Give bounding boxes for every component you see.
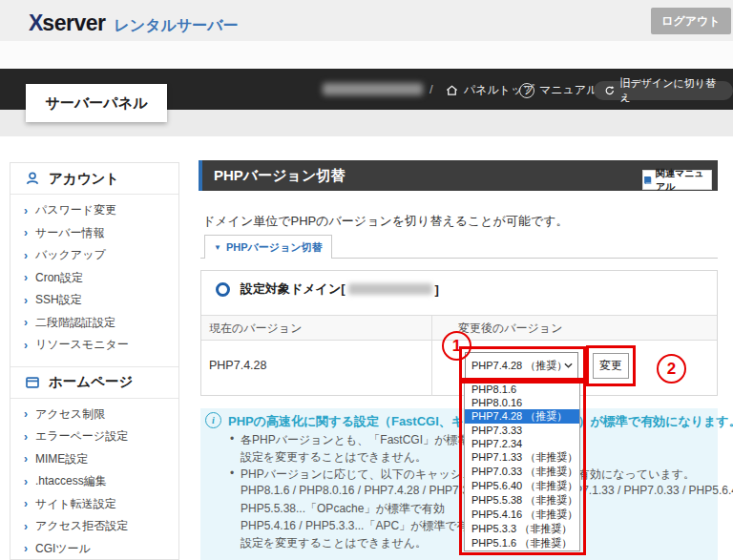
current-version-value: PHP7.4.28 (209, 359, 266, 372)
sidebar-item-ssh[interactable]: ›SSH設定 (10, 289, 178, 312)
info-line: 設定を変更することはできません。 (241, 535, 427, 551)
chevron-down-icon: ▼ (214, 243, 221, 252)
php-version-select[interactable]: PHP7.4.28 （推奨） (465, 352, 578, 379)
chevron-right-icon: › (24, 204, 28, 218)
dropdown-option[interactable]: PHP7.3.33 (465, 424, 579, 437)
sidebar-item-cgi-tools[interactable]: ›CGIツール (10, 538, 178, 560)
info-line: PHP5.4.16 / PHP5.3.3...「APC」が標準で有効 (241, 518, 480, 534)
browser-window-icon (25, 375, 40, 390)
sidebar-item-label: リソースモニター (35, 337, 129, 353)
logout-button[interactable]: ログアウト (651, 8, 731, 34)
sidebar-item-label: MIME設定 (35, 451, 88, 467)
question-icon: ? (519, 83, 534, 98)
dropdown-option[interactable]: PHP7.0.33 （非推奨） (465, 465, 579, 479)
dropdown-option[interactable]: PHP5.1.6 （非推奨） (465, 536, 579, 550)
sidebar-item-two-factor[interactable]: ›二段階認証設定 (10, 312, 178, 335)
info-line: PHP5.5.38...「OPcache」が標準で有効 (241, 501, 445, 517)
chevron-right-icon: › (24, 430, 28, 444)
related-manual-label: 関連マニュアル (656, 167, 711, 194)
change-button[interactable]: 変更 (593, 353, 629, 379)
chevron-right-icon: › (24, 316, 28, 329)
dropdown-option[interactable]: PHP5.3.3 （非推奨） (465, 522, 579, 536)
chevron-right-icon: › (24, 497, 28, 510)
page-description: ドメイン単位でPHPのバージョンを切り替えることが可能です。 (202, 213, 569, 230)
dropdown-option[interactable]: PHP8.0.16 (465, 396, 579, 409)
xserver-logo: Xserver レンタルサーバー (29, 10, 239, 36)
sidebar-section-homepage: ホームページ (10, 366, 178, 399)
sidebar-item-error-page[interactable]: ›エラーページ設定 (10, 425, 178, 448)
chevron-right-icon: › (24, 520, 28, 533)
info-line: 設定を変更することはできません。 (241, 449, 427, 466)
sidebar-homepage-items: ›アクセス制限 ›エラーページ設定 ›MIME設定 ›.htaccess編集 ›… (10, 399, 178, 560)
sidebar-item-site-redirect[interactable]: ›サイト転送設定 (10, 493, 178, 516)
sidebar-item-label: アクセス拒否設定 (35, 518, 128, 534)
dropdown-option[interactable]: PHP5.4.16 （非推奨） (465, 508, 579, 522)
chevron-right-icon: › (24, 271, 28, 284)
dropdown-option[interactable]: PHP5.6.40 （非推奨） (465, 479, 579, 493)
sidebar-item-label: アクセス制限 (35, 406, 105, 423)
logo-service-name: レンタルサーバー (114, 16, 238, 36)
sidebar-account-items: ›パスワード変更 ›サーバー情報 ›バックアップ ›Cron設定 ›SSH設定 … (10, 195, 178, 359)
chevron-right-icon: › (24, 226, 28, 239)
sidebar-item-access-limit[interactable]: ›アクセス制限 (10, 404, 178, 426)
dropdown-option[interactable]: PHP8.1.6 (465, 383, 579, 396)
dropdown-option-selected[interactable]: PHP7.4.28 （推奨） (465, 409, 579, 424)
dropdown-option[interactable]: PHP7.2.34 (465, 437, 579, 450)
sidebar-section-account: アカウント (10, 163, 178, 195)
sidebar-item-label: SSH設定 (35, 292, 82, 308)
switch-old-design-label: 旧デザインに切り替え (620, 76, 723, 105)
sidebar-item-label: エラーページ設定 (35, 428, 128, 445)
related-manual-button[interactable]: 関連マニュアル (642, 170, 712, 190)
sidebar-item-resource-monitor[interactable]: ›リソースモニター (10, 334, 178, 357)
sidebar-item-access-deny[interactable]: ›アクセス拒否設定 (10, 515, 178, 538)
logo-text: server (42, 10, 105, 36)
php-version-select-value: PHP7.4.28 （推奨） (471, 359, 564, 373)
blurred-domain-name (348, 283, 432, 295)
sidebar-item-label: Cron設定 (35, 270, 83, 286)
sidebar-item-cron[interactable]: ›Cron設定 (10, 267, 178, 290)
sidebar-item-backup[interactable]: ›バックアップ (10, 244, 178, 267)
sidebar-item-label: バックアップ (35, 247, 106, 263)
sidebar-section-homepage-title: ホームページ (49, 373, 133, 391)
sidebar-item-label: パスワード変更 (35, 202, 116, 218)
php-version-dropdown-list: PHP8.1.6 PHP8.0.16 PHP7.4.28 （推奨） PHP7.3… (464, 382, 580, 551)
sidebar-item-label: CGIツール (35, 541, 91, 557)
sidebar: アカウント ›パスワード変更 ›サーバー情報 ›バックアップ ›Cron設定 ›… (10, 162, 179, 560)
chevron-right-icon: › (24, 339, 28, 352)
tab-label: PHPバージョン切替 (226, 240, 323, 255)
book-icon (643, 175, 652, 186)
chevron-right-icon: › (24, 294, 28, 307)
sidebar-item-label: .htaccess編集 (35, 473, 107, 489)
person-icon (25, 171, 40, 186)
sidebar-item-htaccess[interactable]: ›.htaccess編集 (10, 470, 178, 493)
chevron-right-icon: › (24, 452, 28, 466)
top-header-lower-strip (0, 41, 733, 69)
dropdown-option[interactable]: PHP5.5.38 （非推奨） (465, 493, 579, 508)
breadcrumb-separator: / (429, 82, 433, 96)
refresh-icon (604, 85, 616, 96)
tab-php-version-switch[interactable]: ▼ PHPバージョン切替 (204, 235, 332, 259)
page-title-bar: PHPバージョン切替 (199, 160, 718, 191)
sidebar-item-label: サイト転送設定 (35, 496, 116, 512)
sidebar-section-account-title: アカウント (49, 170, 119, 188)
home-icon (445, 83, 459, 97)
sidebar-item-label: 二段階認証設定 (35, 315, 115, 331)
column-header-current-version: 現在のバージョン (209, 321, 302, 337)
sidebar-item-password[interactable]: ›パスワード変更 (10, 199, 178, 222)
chevron-right-icon: › (24, 249, 28, 262)
chevron-right-icon: › (24, 475, 28, 488)
bullet-icon: • (230, 467, 234, 480)
dropdown-option[interactable]: PHP7.1.33 （非推奨） (465, 450, 579, 465)
chevron-right-icon: › (24, 542, 28, 555)
server-panel-tab[interactable]: サーバーパネル (26, 84, 167, 122)
target-domain-bracket: ] (435, 282, 439, 297)
sidebar-item-server-info[interactable]: ›サーバー情報 (10, 222, 178, 245)
switch-old-design-button[interactable]: 旧デザインに切り替え (594, 81, 733, 100)
table-column-divider (431, 315, 432, 396)
bullet-icon: • (230, 432, 234, 446)
info-icon: i (205, 412, 221, 428)
sidebar-item-mime[interactable]: ›MIME設定 (10, 448, 178, 471)
page-title: PHPバージョン切替 (214, 167, 345, 185)
manual-link[interactable]: ? マニュアル (519, 82, 597, 98)
select-chevron-icon (564, 363, 573, 368)
